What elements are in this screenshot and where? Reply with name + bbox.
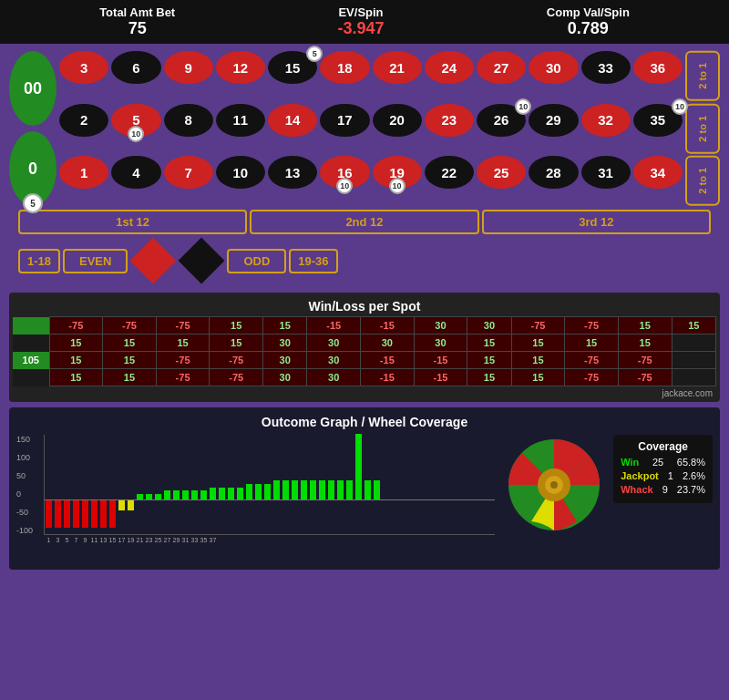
jackace-label: jackace.com [13,388,716,398]
number-2[interactable]: 2 [59,104,108,137]
number-11[interactable]: 11 [216,104,265,137]
bar-el-26 [282,480,289,500]
number-27[interactable]: 27 [477,51,526,84]
wl-cell-3-4: 30 [263,369,307,386]
red-diamond[interactable] [130,238,177,284]
coverage-table-title: Coverage [621,440,705,453]
bar-26 [282,434,290,534]
number-17[interactable]: 17 [320,104,369,137]
number-14[interactable]: 14 [268,104,317,137]
ev-spin-value: -3.947 [337,19,384,38]
header: Total Amt Bet 75 EV/Spin -3.947 Comp Val… [0,0,729,44]
bar-36 [373,434,381,534]
bar-7 [108,434,117,534]
bar-8 [118,434,126,534]
number-34[interactable]: 34 [633,156,683,189]
zero-column: 00 5 0 [9,51,56,206]
bar-19 [218,434,226,534]
black-diamond[interactable] [179,238,225,284]
number-15[interactable]: 155 [268,51,317,84]
wheel-svg [504,435,604,535]
wl-cell-1-5: 30 [307,335,361,352]
number-32[interactable]: 32 [581,104,631,137]
bar-30 [318,434,326,534]
bar-4 [81,434,89,534]
x-label-11: 11 [90,537,98,543]
roulette-table-section: 00 5 0 369121551821242730333625108111417… [0,44,729,287]
chip-19: 10 [389,178,406,194]
number-36[interactable]: 36 [633,51,683,84]
number-4[interactable]: 4 [111,156,160,189]
bet-odd[interactable]: ODD [227,249,286,273]
number-21[interactable]: 21 [373,51,422,84]
x-label-9: 9 [81,537,89,543]
number-24[interactable]: 24 [425,51,474,84]
y-label-0: 0 [16,489,40,499]
x-label-29: 29 [172,537,180,543]
number-0[interactable]: 5 0 [9,131,56,206]
number-7[interactable]: 7 [164,156,213,189]
bet-even[interactable]: EVEN [63,249,128,273]
number-3[interactable]: 3 [59,51,108,84]
win-label: Win [621,457,639,468]
number-18[interactable]: 18 [320,51,369,84]
side-bet-top[interactable]: 2 to 1 [685,51,720,101]
number-1[interactable]: 1 [59,156,108,189]
comp-val-spin: Comp Val/Spin 0.789 [547,5,630,38]
coverage-table: Coverage Win 25 65.8% Jackpot 1 2.6% Wha… [613,435,713,503]
jackpot-pct: 2.6% [683,470,705,481]
bet-1-18[interactable]: 1-18 [18,249,60,273]
number-12[interactable]: 12 [216,51,265,84]
bar-el-4 [82,500,88,527]
wl-cell-2-3: -75 [210,352,263,369]
number-13[interactable]: 13 [268,156,317,189]
number-9[interactable]: 9 [164,51,213,84]
wl-cell-0-9: -75 [511,317,565,335]
number-35[interactable]: 3510 [633,104,683,137]
bar-29 [309,434,317,534]
side-bet-mid[interactable]: 2 to 1 [685,104,720,154]
wl-cell-0-6: -15 [361,317,415,335]
number-29[interactable]: 29 [529,104,578,137]
dozen-2nd[interactable]: 2nd 12 [250,210,478,234]
x-label-13: 13 [99,537,108,543]
number-00[interactable]: 00 [9,51,56,126]
number-28[interactable]: 28 [529,156,578,189]
bar-el-34 [355,434,362,500]
bar-1 [54,434,62,534]
bar-0 [45,434,53,534]
bet-19-36[interactable]: 19-36 [289,249,337,273]
bar-el-8 [118,500,125,510]
number-5[interactable]: 510 [111,104,160,137]
bar-el-27 [292,480,298,500]
number-30[interactable]: 30 [529,51,578,84]
x-label-31: 31 [181,537,190,543]
number-26[interactable]: 2610 [477,104,526,137]
dozen-3rd[interactable]: 3rd 12 [482,210,711,234]
number-23[interactable]: 23 [425,104,474,137]
wl-cell-3-10: -75 [565,369,619,386]
number-8[interactable]: 8 [164,104,213,137]
side-bet-bot[interactable]: 2 to 1 [685,156,720,206]
number-31[interactable]: 31 [581,156,631,189]
dozen-1st[interactable]: 1st 12 [18,210,247,234]
bar-15 [181,434,190,534]
wl-cell-2-11: -75 [618,352,672,369]
number-33[interactable]: 33 [581,51,631,84]
number-25[interactable]: 25 [477,156,526,189]
number-16[interactable]: 1610 [320,156,369,189]
number-19[interactable]: 1910 [373,156,422,189]
y-label-150: 150 [16,435,40,444]
bar-32 [336,434,344,534]
wl-cell-2-5: 30 [307,352,361,369]
number-22[interactable]: 22 [425,156,474,189]
x-label-21: 21 [136,537,144,543]
number-10[interactable]: 10 [216,156,265,189]
bar-el-33 [346,480,353,500]
number-grid: 3691215518212427303336251081114172023261… [59,51,683,206]
x-label-23: 23 [145,537,153,543]
number-20[interactable]: 20 [373,104,422,137]
x-label-19: 19 [127,537,135,543]
number-6[interactable]: 6 [111,51,160,84]
wl-cell-0-7: 30 [414,317,467,335]
